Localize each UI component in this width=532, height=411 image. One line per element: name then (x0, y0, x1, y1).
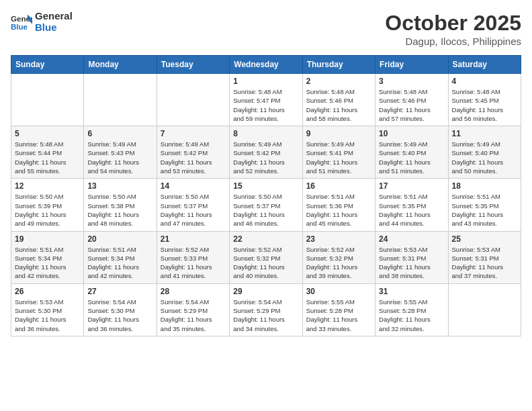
day-info: Sunrise: 5:52 AM Sunset: 5:32 PM Dayligh… (306, 245, 371, 281)
week-row-4: 19Sunrise: 5:51 AM Sunset: 5:34 PM Dayli… (11, 231, 521, 283)
day-number: 27 (87, 287, 152, 296)
calendar-cell: 29Sunrise: 5:54 AM Sunset: 5:29 PM Dayli… (230, 283, 302, 336)
day-info: Sunrise: 5:52 AM Sunset: 5:33 PM Dayligh… (161, 245, 226, 281)
calendar-body: 1Sunrise: 5:48 AM Sunset: 5:47 PM Daylig… (11, 74, 521, 336)
calendar-cell: 2Sunrise: 5:48 AM Sunset: 5:46 PM Daylig… (302, 74, 375, 126)
weekday-monday: Monday (84, 56, 157, 74)
calendar-cell: 11Sunrise: 5:49 AM Sunset: 5:40 PM Dayli… (448, 126, 521, 179)
day-info: Sunrise: 5:55 AM Sunset: 5:28 PM Dayligh… (379, 298, 444, 333)
calendar-cell: 3Sunrise: 5:48 AM Sunset: 5:46 PM Daylig… (375, 74, 448, 126)
month-title: October 2025 (385, 11, 521, 36)
logo: General Blue General Blue (11, 11, 73, 33)
calendar-cell: 21Sunrise: 5:52 AM Sunset: 5:33 PM Dayli… (157, 231, 229, 283)
day-info: Sunrise: 5:51 AM Sunset: 5:36 PM Dayligh… (306, 192, 371, 228)
calendar-cell: 16Sunrise: 5:51 AM Sunset: 5:36 PM Dayli… (302, 179, 375, 231)
day-number: 5 (15, 129, 80, 138)
calendar-cell: 27Sunrise: 5:54 AM Sunset: 5:30 PM Dayli… (84, 283, 157, 336)
weekday-wednesday: Wednesday (230, 56, 302, 74)
day-info: Sunrise: 5:51 AM Sunset: 5:35 PM Dayligh… (452, 192, 517, 228)
weekday-header: SundayMondayTuesdayWednesdayThursdayFrid… (11, 56, 521, 74)
day-info: Sunrise: 5:49 AM Sunset: 5:43 PM Dayligh… (87, 140, 152, 175)
page-header: General Blue General Blue October 2025 D… (11, 11, 521, 47)
day-number: 17 (379, 181, 444, 191)
calendar-cell: 9Sunrise: 5:49 AM Sunset: 5:41 PM Daylig… (302, 126, 375, 179)
day-info: Sunrise: 5:54 AM Sunset: 5:29 PM Dayligh… (161, 298, 226, 333)
day-number: 11 (452, 129, 517, 138)
day-info: Sunrise: 5:52 AM Sunset: 5:32 PM Dayligh… (233, 245, 298, 281)
calendar-cell: 13Sunrise: 5:50 AM Sunset: 5:38 PM Dayli… (84, 179, 157, 231)
day-info: Sunrise: 5:50 AM Sunset: 5:37 PM Dayligh… (233, 192, 298, 228)
day-number: 6 (87, 129, 152, 138)
calendar-cell: 20Sunrise: 5:51 AM Sunset: 5:34 PM Dayli… (84, 231, 157, 283)
day-number: 10 (379, 129, 444, 138)
day-info: Sunrise: 5:49 AM Sunset: 5:42 PM Dayligh… (161, 140, 226, 175)
calendar-cell: 19Sunrise: 5:51 AM Sunset: 5:34 PM Dayli… (11, 231, 84, 283)
day-number: 20 (87, 234, 152, 244)
calendar-cell: 8Sunrise: 5:49 AM Sunset: 5:42 PM Daylig… (230, 126, 302, 179)
day-info: Sunrise: 5:51 AM Sunset: 5:34 PM Dayligh… (15, 245, 80, 281)
day-number: 15 (233, 181, 298, 191)
day-info: Sunrise: 5:51 AM Sunset: 5:35 PM Dayligh… (379, 192, 444, 228)
day-number: 31 (379, 287, 444, 296)
day-number: 24 (379, 234, 444, 244)
calendar-cell: 24Sunrise: 5:53 AM Sunset: 5:31 PM Dayli… (375, 231, 448, 283)
day-info: Sunrise: 5:53 AM Sunset: 5:30 PM Dayligh… (15, 298, 80, 333)
day-number: 13 (87, 181, 152, 191)
day-number: 2 (306, 77, 371, 86)
weekday-sunday: Sunday (11, 56, 84, 74)
day-info: Sunrise: 5:49 AM Sunset: 5:42 PM Dayligh… (233, 140, 298, 175)
logo-blue: Blue (35, 22, 73, 34)
calendar-cell (11, 74, 84, 126)
calendar-cell: 10Sunrise: 5:49 AM Sunset: 5:40 PM Dayli… (375, 126, 448, 179)
day-number: 3 (379, 77, 444, 86)
day-number: 28 (161, 287, 226, 296)
day-number: 16 (306, 181, 371, 191)
calendar-cell: 23Sunrise: 5:52 AM Sunset: 5:32 PM Dayli… (302, 231, 375, 283)
calendar-cell: 6Sunrise: 5:49 AM Sunset: 5:43 PM Daylig… (84, 126, 157, 179)
calendar-cell: 4Sunrise: 5:48 AM Sunset: 5:45 PM Daylig… (448, 74, 521, 126)
calendar-cell: 5Sunrise: 5:48 AM Sunset: 5:44 PM Daylig… (11, 126, 84, 179)
day-info: Sunrise: 5:48 AM Sunset: 5:46 PM Dayligh… (379, 87, 444, 123)
calendar-cell (84, 74, 157, 126)
day-info: Sunrise: 5:54 AM Sunset: 5:30 PM Dayligh… (87, 298, 152, 333)
calendar-cell: 12Sunrise: 5:50 AM Sunset: 5:39 PM Dayli… (11, 179, 84, 231)
day-info: Sunrise: 5:48 AM Sunset: 5:45 PM Dayligh… (452, 87, 517, 123)
day-number: 29 (233, 287, 298, 296)
day-number: 1 (233, 77, 298, 86)
day-info: Sunrise: 5:53 AM Sunset: 5:31 PM Dayligh… (452, 245, 517, 281)
day-info: Sunrise: 5:50 AM Sunset: 5:38 PM Dayligh… (87, 192, 152, 228)
day-info: Sunrise: 5:54 AM Sunset: 5:29 PM Dayligh… (233, 298, 298, 333)
calendar-cell: 1Sunrise: 5:48 AM Sunset: 5:47 PM Daylig… (230, 74, 302, 126)
svg-text:Blue: Blue (11, 22, 28, 30)
day-number: 9 (306, 129, 371, 138)
calendar-cell: 15Sunrise: 5:50 AM Sunset: 5:37 PM Dayli… (230, 179, 302, 231)
calendar-cell: 14Sunrise: 5:50 AM Sunset: 5:37 PM Dayli… (157, 179, 229, 231)
calendar-cell: 28Sunrise: 5:54 AM Sunset: 5:29 PM Dayli… (157, 283, 229, 336)
calendar-cell: 22Sunrise: 5:52 AM Sunset: 5:32 PM Dayli… (230, 231, 302, 283)
calendar-cell (157, 74, 229, 126)
calendar-cell: 26Sunrise: 5:53 AM Sunset: 5:30 PM Dayli… (11, 283, 84, 336)
day-number: 18 (452, 181, 517, 191)
day-number: 26 (15, 287, 80, 296)
day-info: Sunrise: 5:50 AM Sunset: 5:37 PM Dayligh… (161, 192, 226, 228)
day-info: Sunrise: 5:49 AM Sunset: 5:40 PM Dayligh… (379, 140, 444, 175)
day-info: Sunrise: 5:48 AM Sunset: 5:46 PM Dayligh… (306, 87, 371, 123)
weekday-thursday: Thursday (302, 56, 375, 74)
day-number: 25 (452, 234, 517, 244)
week-row-2: 5Sunrise: 5:48 AM Sunset: 5:44 PM Daylig… (11, 126, 521, 179)
calendar-cell (448, 283, 521, 336)
calendar-cell: 7Sunrise: 5:49 AM Sunset: 5:42 PM Daylig… (157, 126, 229, 179)
day-info: Sunrise: 5:50 AM Sunset: 5:39 PM Dayligh… (15, 192, 80, 228)
location: Dagup, Ilocos, Philippines (385, 36, 521, 47)
day-number: 12 (15, 181, 80, 191)
day-number: 23 (306, 234, 371, 244)
day-number: 8 (233, 129, 298, 138)
calendar-cell: 17Sunrise: 5:51 AM Sunset: 5:35 PM Dayli… (375, 179, 448, 231)
logo-icon: General Blue (11, 13, 32, 32)
day-info: Sunrise: 5:48 AM Sunset: 5:44 PM Dayligh… (15, 140, 80, 175)
day-number: 7 (161, 129, 226, 138)
week-row-1: 1Sunrise: 5:48 AM Sunset: 5:47 PM Daylig… (11, 74, 521, 126)
calendar-cell: 31Sunrise: 5:55 AM Sunset: 5:28 PM Dayli… (375, 283, 448, 336)
weekday-friday: Friday (375, 56, 448, 74)
calendar-cell: 30Sunrise: 5:55 AM Sunset: 5:28 PM Dayli… (302, 283, 375, 336)
